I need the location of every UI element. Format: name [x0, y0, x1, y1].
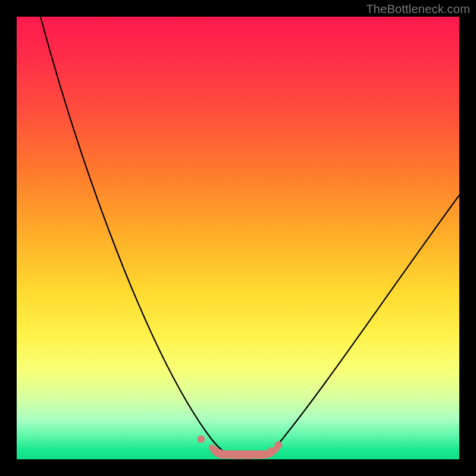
- svg-point-2: [221, 451, 228, 458]
- svg-point-4: [245, 452, 252, 459]
- svg-point-3: [233, 452, 240, 459]
- chart-frame: TheBottleneck.com: [0, 0, 476, 476]
- svg-point-6: [268, 447, 275, 455]
- svg-point-5: [257, 451, 264, 458]
- watermark-text: TheBottleneck.com: [366, 2, 470, 16]
- svg-point-1: [211, 447, 218, 454]
- chart-plot-area: [17, 17, 459, 459]
- svg-point-0: [198, 436, 205, 443]
- svg-point-7: [275, 441, 282, 449]
- bottleneck-curve: [40, 17, 459, 457]
- chart-svg: [17, 17, 459, 459]
- valley-marker: [198, 436, 282, 459]
